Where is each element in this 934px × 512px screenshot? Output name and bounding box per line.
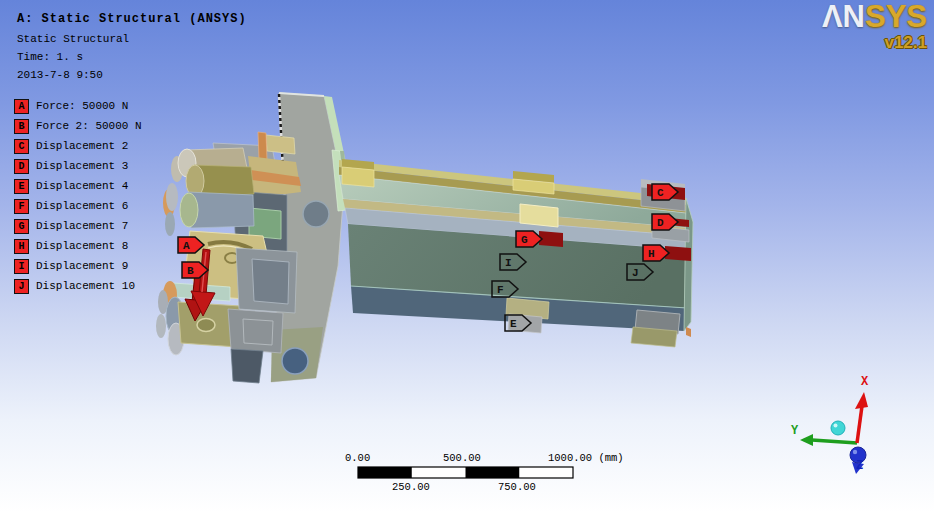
- legend-item-f[interactable]: F Displacement 6: [14, 196, 142, 216]
- legend-item-j[interactable]: J Displacement 10: [14, 276, 142, 296]
- legend-key-badge: G: [14, 219, 29, 234]
- svg-text:D: D: [657, 217, 664, 229]
- svg-text:E: E: [510, 318, 517, 330]
- analysis-time: Time: 1. s: [17, 50, 83, 64]
- svg-text:I: I: [505, 257, 512, 269]
- legend-key-badge: A: [14, 99, 29, 114]
- legend-key-badge: C: [14, 139, 29, 154]
- scale-label-0: 0.00: [345, 452, 370, 464]
- legend-item-a[interactable]: A Force: 50000 N: [14, 96, 142, 116]
- ansys-logo: ΛNSYS v12.1: [822, 2, 927, 51]
- legend-key-badge: I: [14, 259, 29, 274]
- y-axis-label: Y: [791, 424, 798, 438]
- ansys-logo-sys: SYS: [865, 0, 927, 34]
- scale-label-500: 500.00: [443, 452, 481, 464]
- iso-view-ball[interactable]: [831, 421, 845, 435]
- svg-text:F: F: [497, 284, 504, 296]
- legend-item-h[interactable]: H Displacement 8: [14, 236, 142, 256]
- svg-text:H: H: [648, 248, 655, 260]
- legend-key-badge: J: [14, 279, 29, 294]
- z-axis-label: Z: [856, 459, 863, 473]
- upper-cylinders: [163, 148, 254, 236]
- svg-text:B: B: [187, 265, 194, 277]
- y-axis-arrowhead[interactable]: [800, 434, 813, 446]
- scale-label-1000-mm: 1000.00 (mm): [548, 452, 624, 464]
- ansys-logo-an: ΛN: [822, 0, 865, 34]
- legend-item-e[interactable]: E Displacement 4: [14, 176, 142, 196]
- svg-text:G: G: [521, 234, 528, 246]
- legend-key-badge: B: [14, 119, 29, 134]
- analysis-title: A: Static Structural (ANSYS): [17, 12, 247, 26]
- ansys-graphics-window: { "header": { "title": "A: Static Struct…: [0, 0, 934, 512]
- legend-key-badge: E: [14, 179, 29, 194]
- legend-item-i[interactable]: I Displacement 9: [14, 256, 142, 276]
- svg-text:J: J: [632, 267, 639, 279]
- svg-text:C: C: [657, 187, 664, 199]
- legend-key-badge: F: [14, 199, 29, 214]
- y-axis[interactable]: [812, 440, 857, 443]
- x-axis[interactable]: [857, 406, 862, 443]
- legend-key-badge: H: [14, 239, 29, 254]
- scale-label-250: 250.00: [392, 481, 430, 493]
- svg-text:A: A: [183, 240, 190, 252]
- legend-item-d[interactable]: D Displacement 3: [14, 156, 142, 176]
- plate-hole-bottom: [282, 348, 308, 374]
- legend-key-badge: D: [14, 159, 29, 174]
- analysis-subtitle: Static Structural: [17, 32, 129, 46]
- x-axis-label: X: [861, 375, 868, 389]
- legend-item-g[interactable]: G Displacement 7: [14, 216, 142, 236]
- scale-label-750: 750.00: [498, 481, 536, 493]
- analysis-date: 2013-7-8 9:50: [17, 68, 103, 82]
- x-axis-arrowhead[interactable]: [855, 392, 868, 409]
- scale-bar: [358, 467, 573, 478]
- legend-item-c[interactable]: C Displacement 2: [14, 136, 142, 156]
- legend-item-b[interactable]: B Force 2: 50000 N: [14, 116, 142, 136]
- ansys-version: v12.1: [822, 35, 927, 51]
- load-legend: A Force: 50000 N B Force 2: 50000 N C Di…: [14, 96, 142, 296]
- plate-hole-top: [303, 201, 329, 227]
